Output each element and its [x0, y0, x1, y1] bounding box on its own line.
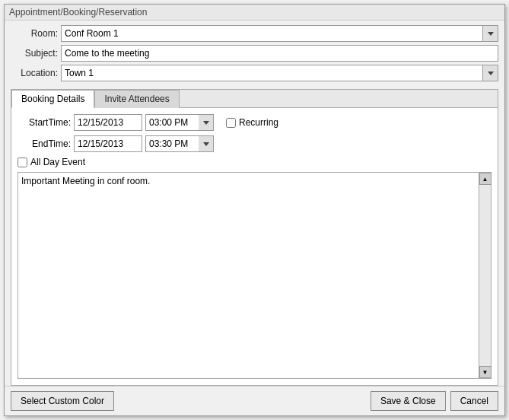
form-area: Room: Subject: Location:: [5, 21, 504, 86]
notes-textarea[interactable]: [18, 173, 479, 378]
start-time-label: StartTime:: [17, 117, 71, 128]
title-bar: Appointment/Booking/Reservation: [5, 5, 504, 21]
end-time-arrow-icon: [203, 142, 209, 146]
save-close-button[interactable]: Save & Close: [371, 391, 446, 411]
location-input[interactable]: [61, 65, 483, 81]
room-row: Room:: [11, 25, 498, 42]
room-dropdown-arrow-icon: [488, 32, 494, 36]
tab-invite-attendees[interactable]: Invite Attendees: [94, 90, 179, 108]
scrollbar-up-btn[interactable]: ▲: [479, 173, 492, 185]
location-dropdown-wrapper: [61, 65, 498, 81]
start-time-wrapper: [145, 114, 214, 131]
location-label: Location:: [11, 68, 58, 78]
start-time-input[interactable]: [145, 114, 199, 131]
tab-booking-details[interactable]: Booking Details: [11, 90, 94, 108]
recurring-area: Recurring: [226, 117, 278, 128]
subject-label: Subject:: [11, 48, 58, 59]
location-dropdown-btn[interactable]: [483, 65, 498, 81]
end-date-input[interactable]: [74, 135, 142, 152]
subject-row: Subject:: [11, 45, 498, 62]
tabs-area: Booking Details Invite Attendees StartTi…: [11, 89, 498, 386]
location-dropdown-arrow-icon: [488, 72, 494, 75]
end-time-label: EndTime:: [17, 138, 71, 149]
end-time-dropdown-btn[interactable]: [199, 135, 214, 152]
allday-row: All Day Event: [17, 157, 492, 167]
end-time-row: EndTime:: [17, 135, 492, 152]
tab-bar: Booking Details Invite Attendees: [11, 90, 498, 108]
allday-label: All Day Event: [30, 157, 85, 167]
scrollbar-thumb-area[interactable]: [479, 185, 491, 366]
notes-area: ▲ ▼: [17, 172, 492, 379]
cancel-button[interactable]: Cancel: [450, 391, 498, 411]
recurring-checkbox[interactable]: [226, 118, 236, 128]
scrollbar-down-btn[interactable]: ▼: [479, 366, 492, 378]
select-custom-color-button[interactable]: Select Custom Color: [11, 391, 114, 411]
start-time-dropdown-btn[interactable]: [199, 114, 214, 131]
subject-input[interactable]: [61, 45, 498, 62]
start-time-arrow-icon: [203, 121, 209, 125]
end-time-wrapper: [145, 135, 214, 152]
room-dropdown-btn[interactable]: [483, 25, 498, 42]
tab-content-booking: StartTime: Recurring EndTime:: [11, 108, 498, 385]
end-time-input[interactable]: [145, 135, 199, 152]
main-window: Appointment/Booking/Reservation Room: Su…: [4, 4, 505, 416]
start-time-row: StartTime: Recurring: [17, 114, 492, 131]
window-title: Appointment/Booking/Reservation: [9, 7, 147, 18]
location-row: Location:: [11, 65, 498, 81]
scrollbar-track: ▲ ▼: [479, 173, 491, 378]
allday-checkbox[interactable]: [17, 158, 27, 167]
room-label: Room:: [11, 28, 58, 39]
room-dropdown-wrapper: [61, 25, 498, 42]
footer: Select Custom Color Save & Close Cancel: [5, 386, 504, 415]
start-date-input[interactable]: [74, 114, 142, 131]
room-input[interactable]: [61, 25, 483, 42]
recurring-label: Recurring: [239, 117, 278, 128]
